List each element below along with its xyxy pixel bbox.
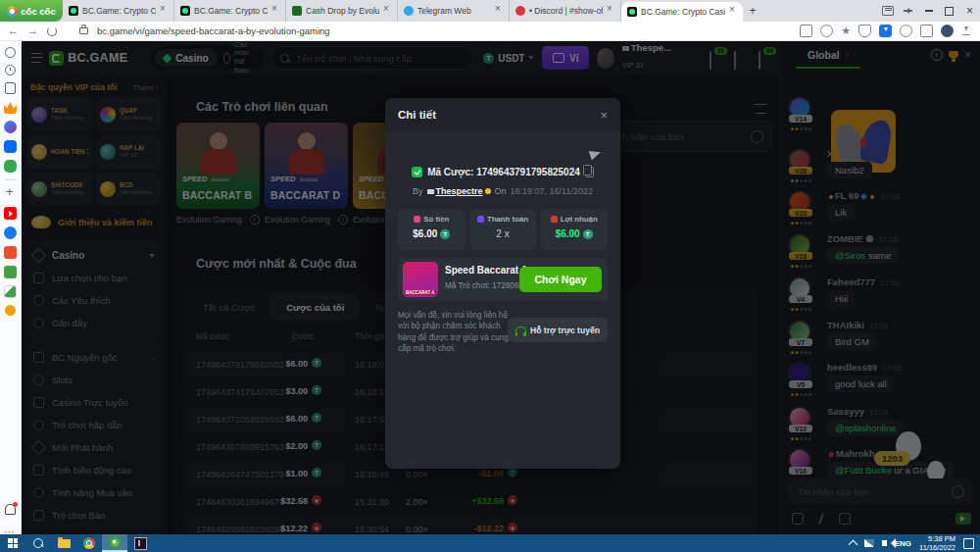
url-bar[interactable]: bc.game/vi/game/speed-baccarat-a-by-evol… (97, 25, 330, 36)
tab-close-icon[interactable] (383, 7, 391, 15)
headset-icon (515, 326, 526, 334)
settings-gear-icon[interactable] (5, 47, 16, 58)
screen: cốc cốc BC.Game: Crypto Casino Gan BC.Ga… (0, 0, 980, 552)
bettor-link[interactable]: Thespectre (427, 186, 491, 196)
adblock-shield-icon[interactable] (858, 25, 871, 37)
maximize-button[interactable] (939, 0, 959, 22)
shopee-icon[interactable] (4, 246, 17, 259)
browser-brand: cốc cốc (21, 6, 55, 17)
save-page-icon[interactable] (800, 25, 812, 37)
start-button[interactable] (0, 534, 25, 552)
more-options-icon[interactable] (4, 522, 17, 534)
extension-icon[interactable] (900, 25, 912, 37)
browser-menu-button[interactable]: cốc cốc (0, 0, 63, 22)
reload-button[interactable] (47, 26, 57, 36)
vip-crown-icon[interactable] (4, 101, 17, 114)
taskbar-clock[interactable]: 5:38 PM 11/16/2022 (919, 534, 956, 552)
league-of-legends-icon[interactable] (127, 534, 153, 552)
padlock-icon (79, 27, 88, 34)
taskbar-search-icon[interactable] (25, 534, 51, 552)
speaker-icon[interactable] (882, 540, 887, 546)
discord-favicon (515, 6, 525, 16)
verified-shield-icon (412, 167, 422, 177)
usdt-coin-icon: T (583, 229, 593, 239)
stat-amount: Số tiền $6.00T (398, 209, 466, 250)
messenger-icon[interactable] (4, 121, 17, 133)
reading-list-icon[interactable] (5, 82, 16, 94)
bcgame-favicon (180, 6, 190, 16)
app-icon-green[interactable] (4, 266, 17, 278)
windows-taskbar: ENG 5:38 PM 11/16/2022 (0, 534, 980, 552)
bet-byline: By Thespectre On 16:19:07, 16/11/2022 (385, 186, 620, 196)
tab-close-icon[interactable] (160, 7, 168, 15)
zalo-icon[interactable] (4, 140, 17, 153)
browser-left-rail (0, 41, 22, 534)
tab-close-icon[interactable] (271, 7, 279, 15)
profile-avatar[interactable] (941, 25, 954, 37)
history-icon[interactable] (5, 65, 16, 75)
tab-close-icon[interactable] (495, 7, 503, 15)
coin-app-icon[interactable] (5, 305, 16, 316)
modal-close-icon[interactable]: × (600, 109, 608, 122)
tab-close-icon[interactable] (729, 8, 737, 16)
divider (5, 179, 17, 180)
payout-icon (477, 216, 484, 223)
action-center-icon[interactable] (963, 538, 974, 549)
new-tab-button[interactable] (743, 0, 762, 22)
bcgame-favicon (69, 6, 78, 16)
shuttlecock-icon[interactable] (4, 285, 17, 298)
support-note: Mọi vấn đề, xin vui lòng liên hệ với bộ … (398, 310, 514, 355)
modal-header: Chi tiết × (385, 98, 620, 131)
play-now-button[interactable]: Chơi Ngay (519, 267, 602, 292)
chrome-icon[interactable] (76, 534, 102, 552)
toolbar-actions: ★ (800, 25, 972, 37)
tab-telegram[interactable]: Telegram Web (398, 0, 510, 22)
bet-details-modal: Chi tiết × Mã Cược: 1749643791795825024 … (385, 98, 620, 469)
bee-icon (485, 188, 491, 194)
stat-payout: Thanh toán 2 x (469, 209, 537, 250)
tab-cashdrop[interactable]: Cash Drop by Evolution! Wo (286, 0, 398, 22)
tab-close-icon[interactable] (607, 7, 614, 15)
close-button[interactable] (959, 0, 980, 22)
bet-stats: Số tiền $6.00T Thanh toán 2 x Lợi nhuận … (398, 209, 608, 250)
media-extension-icon[interactable] (920, 25, 933, 37)
pin-sidebar-icon[interactable] (898, 0, 918, 22)
coccoc-taskbar-icon[interactable] (102, 534, 127, 552)
amount-icon (414, 216, 420, 223)
game-thumbnail[interactable]: BACCARAT A (403, 262, 438, 297)
tab-bcgame-1[interactable]: BC.Game: Crypto Casino Gan (63, 0, 174, 22)
language-indicator[interactable]: ENG (895, 539, 911, 548)
add-shortcut-icon[interactable] (4, 187, 17, 200)
live-support-button[interactable]: Hỗ trợ trực tuyến (508, 318, 608, 342)
games-controller-icon[interactable] (4, 160, 17, 173)
facebook-icon[interactable] (4, 226, 17, 239)
tab-bcgame-active[interactable]: BC.Game: Crypto Casino Gan (621, 2, 743, 22)
forward-button[interactable]: → (27, 25, 38, 36)
bet-id-line: Mã Cược: 1749643791795825024 (385, 167, 620, 177)
share-icon[interactable] (820, 25, 833, 37)
hat-icon (427, 189, 434, 194)
browser-toolbar: ← → bc.game/vi/game/speed-baccarat-a-by-… (0, 22, 980, 41)
notification-bell-icon[interactable] (5, 504, 16, 515)
tab-search-icon[interactable] (877, 0, 898, 22)
bookmark-star-icon[interactable]: ★ (841, 25, 851, 36)
browser-tabstrip: cốc cốc BC.Game: Crypto Casino Gan BC.Ga… (0, 0, 980, 22)
telegram-favicon (404, 6, 414, 16)
usdt-coin-icon: T (440, 229, 450, 239)
share-arrow-icon[interactable] (589, 148, 603, 161)
stat-profit: Lợi nhuận $6.00T (540, 209, 608, 250)
tab-discord[interactable]: • Discord | #show-off-you (510, 0, 621, 22)
network-icon[interactable] (864, 539, 874, 547)
back-button[interactable]: ← (8, 25, 19, 36)
copy-icon[interactable] (585, 167, 594, 177)
game-name: Speed Baccarat A (445, 265, 528, 276)
tab-bcgame-2[interactable]: BC.Game: Crypto Casino Gan (174, 0, 286, 22)
downloads-tray-icon[interactable] (961, 25, 972, 36)
file-explorer-icon[interactable] (51, 534, 76, 552)
bcgame-app: BC.GAME Casino Các mônthể thao (22, 41, 980, 534)
cashdrop-favicon (292, 6, 302, 16)
tray-expand-icon[interactable] (848, 540, 858, 550)
minimize-button[interactable] (918, 0, 939, 22)
youtube-icon[interactable] (4, 207, 17, 220)
download-manager-icon[interactable] (879, 25, 892, 37)
